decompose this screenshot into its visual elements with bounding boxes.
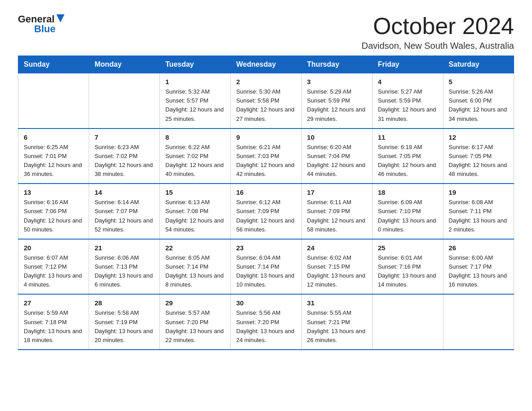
- calendar-cell: 31Sunrise: 5:55 AMSunset: 7:21 PMDayligh…: [301, 294, 372, 350]
- location-title: Davidson, New South Wales, Australia: [361, 41, 514, 51]
- calendar-cell: 19Sunrise: 6:08 AMSunset: 7:11 PMDayligh…: [443, 184, 514, 239]
- day-info: Sunrise: 6:22 AMSunset: 7:02 PMDaylight:…: [165, 143, 225, 179]
- page-header: General Blue October 2024 Davidson, New …: [18, 13, 514, 51]
- calendar-cell: [372, 294, 443, 350]
- calendar-cell: 8Sunrise: 6:22 AMSunset: 7:02 PMDaylight…: [160, 128, 231, 184]
- day-number: 20: [24, 244, 83, 252]
- calendar-cell: [18, 73, 89, 128]
- calendar-cell: 12Sunrise: 6:17 AMSunset: 7:05 PMDayligh…: [443, 128, 514, 184]
- day-info: Sunrise: 6:06 AMSunset: 7:13 PMDaylight:…: [94, 253, 154, 290]
- day-info: Sunrise: 5:56 AMSunset: 7:20 PMDaylight:…: [236, 308, 296, 345]
- day-number: 12: [449, 133, 508, 141]
- calendar-cell: 13Sunrise: 6:16 AMSunset: 7:06 PMDayligh…: [18, 184, 89, 239]
- col-header-sunday: Sunday: [18, 56, 89, 73]
- day-number: 9: [236, 133, 296, 141]
- day-info: Sunrise: 5:27 AMSunset: 5:59 PMDaylight:…: [378, 87, 438, 124]
- day-info: Sunrise: 5:57 AMSunset: 7:20 PMDaylight:…: [165, 308, 225, 345]
- day-info: Sunrise: 6:12 AMSunset: 7:09 PMDaylight:…: [236, 198, 296, 234]
- day-info: Sunrise: 6:11 AMSunset: 7:09 PMDaylight:…: [307, 198, 367, 234]
- day-number: 5: [449, 78, 508, 86]
- day-info: Sunrise: 5:59 AMSunset: 7:18 PMDaylight:…: [24, 308, 83, 345]
- day-info: Sunrise: 6:00 AMSunset: 7:17 PMDaylight:…: [449, 253, 508, 290]
- day-number: 1: [165, 78, 225, 86]
- calendar-cell: 7Sunrise: 6:23 AMSunset: 7:02 PMDaylight…: [89, 128, 160, 184]
- day-number: 26: [449, 244, 508, 252]
- calendar-cell: 6Sunrise: 6:25 AMSunset: 7:01 PMDaylight…: [18, 128, 89, 184]
- day-number: 19: [449, 188, 508, 196]
- day-number: 10: [307, 133, 367, 141]
- day-number: 7: [94, 133, 154, 141]
- day-info: Sunrise: 6:14 AMSunset: 7:07 PMDaylight:…: [94, 198, 154, 234]
- day-number: 28: [94, 299, 154, 307]
- calendar-header-row: SundayMondayTuesdayWednesdayThursdayFrid…: [18, 56, 514, 73]
- day-number: 31: [307, 299, 367, 307]
- day-info: Sunrise: 5:26 AMSunset: 6:00 PMDaylight:…: [449, 87, 508, 124]
- col-header-wednesday: Wednesday: [231, 56, 301, 73]
- calendar-cell: [89, 73, 160, 128]
- calendar-week-1: 1Sunrise: 5:32 AMSunset: 5:57 PMDaylight…: [18, 73, 514, 128]
- day-info: Sunrise: 6:04 AMSunset: 7:14 PMDaylight:…: [236, 253, 296, 290]
- month-title: October 2024: [361, 13, 514, 39]
- day-info: Sunrise: 6:08 AMSunset: 7:11 PMDaylight:…: [449, 198, 508, 234]
- day-info: Sunrise: 5:30 AMSunset: 5:58 PMDaylight:…: [236, 87, 296, 124]
- calendar-cell: 14Sunrise: 6:14 AMSunset: 7:07 PMDayligh…: [89, 184, 160, 239]
- calendar-cell: 20Sunrise: 6:07 AMSunset: 7:12 PMDayligh…: [18, 239, 89, 295]
- day-info: Sunrise: 6:02 AMSunset: 7:15 PMDaylight:…: [307, 253, 367, 290]
- calendar-cell: 11Sunrise: 6:18 AMSunset: 7:05 PMDayligh…: [372, 128, 443, 184]
- day-number: 14: [94, 188, 154, 196]
- logo-triangle-icon: [56, 14, 64, 22]
- day-number: 30: [236, 299, 296, 307]
- day-number: 6: [24, 133, 83, 141]
- day-number: 29: [165, 299, 225, 307]
- day-info: Sunrise: 6:18 AMSunset: 7:05 PMDaylight:…: [378, 143, 438, 179]
- day-info: Sunrise: 5:32 AMSunset: 5:57 PMDaylight:…: [165, 87, 225, 124]
- calendar-cell: 4Sunrise: 5:27 AMSunset: 5:59 PMDaylight…: [372, 73, 443, 128]
- calendar-cell: 30Sunrise: 5:56 AMSunset: 7:20 PMDayligh…: [231, 294, 301, 350]
- calendar-cell: 9Sunrise: 6:21 AMSunset: 7:03 PMDaylight…: [231, 128, 301, 184]
- day-number: 3: [307, 78, 367, 86]
- calendar-cell: 23Sunrise: 6:04 AMSunset: 7:14 PMDayligh…: [231, 239, 301, 295]
- day-info: Sunrise: 6:13 AMSunset: 7:08 PMDaylight:…: [165, 198, 225, 234]
- day-number: 13: [24, 188, 83, 196]
- day-info: Sunrise: 5:58 AMSunset: 7:19 PMDaylight:…: [94, 308, 154, 345]
- day-number: 11: [378, 133, 438, 141]
- day-number: 16: [236, 188, 296, 196]
- col-header-thursday: Thursday: [301, 56, 372, 73]
- calendar-cell: 21Sunrise: 6:06 AMSunset: 7:13 PMDayligh…: [89, 239, 160, 295]
- calendar-cell: 24Sunrise: 6:02 AMSunset: 7:15 PMDayligh…: [301, 239, 372, 295]
- calendar-cell: 17Sunrise: 6:11 AMSunset: 7:09 PMDayligh…: [301, 184, 372, 239]
- col-header-tuesday: Tuesday: [160, 56, 231, 73]
- day-number: 18: [378, 188, 438, 196]
- day-number: 24: [307, 244, 367, 252]
- day-info: Sunrise: 6:09 AMSunset: 7:10 PMDaylight:…: [378, 198, 438, 234]
- logo: General Blue: [18, 13, 64, 35]
- calendar-cell: 1Sunrise: 5:32 AMSunset: 5:57 PMDaylight…: [160, 73, 231, 128]
- day-info: Sunrise: 6:16 AMSunset: 7:06 PMDaylight:…: [24, 198, 83, 234]
- col-header-monday: Monday: [89, 56, 160, 73]
- calendar-cell: 25Sunrise: 6:01 AMSunset: 7:16 PMDayligh…: [372, 239, 443, 295]
- calendar-cell: 2Sunrise: 5:30 AMSunset: 5:58 PMDaylight…: [231, 73, 301, 128]
- col-header-saturday: Saturday: [443, 56, 514, 73]
- day-number: 22: [165, 244, 225, 252]
- calendar-cell: 15Sunrise: 6:13 AMSunset: 7:08 PMDayligh…: [160, 184, 231, 239]
- day-number: 15: [165, 188, 225, 196]
- day-number: 4: [378, 78, 438, 86]
- logo-text-blue: Blue: [34, 23, 56, 35]
- calendar-table: SundayMondayTuesdayWednesdayThursdayFrid…: [18, 56, 514, 350]
- calendar-cell: 3Sunrise: 5:29 AMSunset: 5:59 PMDaylight…: [301, 73, 372, 128]
- day-number: 21: [94, 244, 154, 252]
- calendar-cell: 5Sunrise: 5:26 AMSunset: 6:00 PMDaylight…: [443, 73, 514, 128]
- calendar-week-4: 20Sunrise: 6:07 AMSunset: 7:12 PMDayligh…: [18, 239, 514, 295]
- day-info: Sunrise: 6:21 AMSunset: 7:03 PMDaylight:…: [236, 143, 296, 179]
- day-number: 25: [378, 244, 438, 252]
- day-info: Sunrise: 5:55 AMSunset: 7:21 PMDaylight:…: [307, 308, 367, 345]
- day-info: Sunrise: 6:05 AMSunset: 7:14 PMDaylight:…: [165, 253, 225, 290]
- day-number: 17: [307, 188, 367, 196]
- calendar-cell: 10Sunrise: 6:20 AMSunset: 7:04 PMDayligh…: [301, 128, 372, 184]
- day-number: 8: [165, 133, 225, 141]
- calendar-cell: [443, 294, 514, 350]
- day-info: Sunrise: 6:23 AMSunset: 7:02 PMDaylight:…: [94, 143, 154, 179]
- calendar-cell: 29Sunrise: 5:57 AMSunset: 7:20 PMDayligh…: [160, 294, 231, 350]
- day-info: Sunrise: 6:25 AMSunset: 7:01 PMDaylight:…: [24, 143, 83, 179]
- day-info: Sunrise: 6:01 AMSunset: 7:16 PMDaylight:…: [378, 253, 438, 290]
